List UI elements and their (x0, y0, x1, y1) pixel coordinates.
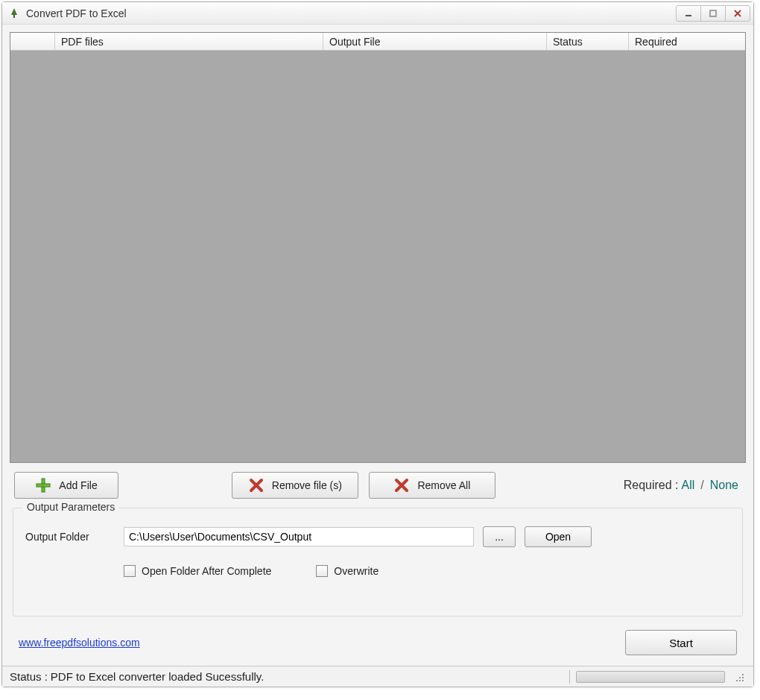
plus-icon (35, 477, 51, 494)
checkbox-icon (124, 565, 136, 577)
output-parameters-group: Output Parameters Output Folder ... Open… (13, 508, 743, 617)
overwrite-label: Overwrite (334, 565, 379, 577)
action-button-row: Add File Remove file (s) Remove All Requ… (10, 463, 746, 505)
remove-all-button[interactable]: Remove All (369, 472, 495, 499)
column-output-file[interactable]: Output File (323, 33, 547, 50)
required-separator: / (700, 479, 703, 492)
checkbox-row: Open Folder After Complete Overwrite (25, 565, 730, 577)
status-text: PDF to Excel converter loaded Sucessfull… (51, 670, 563, 683)
svg-rect-5 (37, 484, 50, 487)
minimize-button[interactable] (676, 5, 701, 22)
open-after-label: Open Folder After Complete (142, 565, 271, 577)
grid-row-header[interactable] (10, 33, 55, 50)
output-folder-label: Output Folder (25, 531, 115, 543)
svg-rect-3 (710, 10, 716, 16)
title-bar[interactable]: Convert PDF to Excel (2, 2, 753, 25)
grid-header: PDF files Output File Status Required (10, 33, 745, 51)
column-status[interactable]: Status (547, 33, 629, 50)
required-none-link[interactable]: None (710, 479, 738, 492)
x-icon (248, 477, 265, 494)
browse-button[interactable]: ... (483, 526, 516, 547)
checkbox-icon (316, 565, 328, 577)
close-button[interactable] (725, 5, 750, 22)
app-icon (8, 7, 20, 19)
window-title: Convert PDF to Excel (26, 7, 127, 19)
status-label: Status : (10, 670, 48, 683)
bottom-row: www.freepdfsolutions.com Start (10, 622, 746, 666)
output-folder-input[interactable] (124, 527, 474, 546)
window-controls (677, 5, 750, 22)
required-all-link[interactable]: All (682, 479, 695, 492)
website-link[interactable]: www.freepdfsolutions.com (19, 637, 140, 649)
open-folder-button[interactable]: Open (525, 526, 592, 547)
remove-file-label: Remove file (s) (272, 479, 342, 491)
progress-bar (576, 671, 725, 683)
open-after-complete-checkbox[interactable]: Open Folder After Complete (124, 565, 271, 577)
remove-all-label: Remove All (417, 479, 470, 491)
svg-rect-2 (685, 15, 691, 16)
output-parameters-title: Output Parameters (22, 501, 119, 513)
grid-body[interactable] (10, 51, 745, 462)
required-label: Required : (624, 479, 679, 492)
resize-grip-icon[interactable] (732, 670, 746, 684)
svg-rect-1 (13, 15, 15, 18)
add-file-label: Add File (59, 479, 97, 491)
output-folder-row: Output Folder ... Open (25, 526, 730, 547)
overwrite-checkbox[interactable]: Overwrite (316, 565, 379, 577)
column-required[interactable]: Required (629, 33, 745, 50)
remove-file-button[interactable]: Remove file (s) (232, 472, 358, 499)
start-button[interactable]: Start (625, 630, 737, 655)
client-area: PDF files Output File Status Required Ad… (2, 25, 753, 666)
file-grid[interactable]: PDF files Output File Status Required (10, 32, 746, 463)
x-icon (393, 477, 410, 494)
app-window: Convert PDF to Excel PDF files Output Fi… (1, 1, 754, 687)
add-file-button[interactable]: Add File (14, 472, 118, 499)
status-bar: Status : PDF to Excel converter loaded S… (2, 666, 753, 687)
maximize-button[interactable] (700, 5, 726, 22)
column-pdf-files[interactable]: PDF files (55, 33, 323, 50)
svg-marker-0 (11, 8, 17, 15)
statusbar-separator (569, 670, 570, 684)
